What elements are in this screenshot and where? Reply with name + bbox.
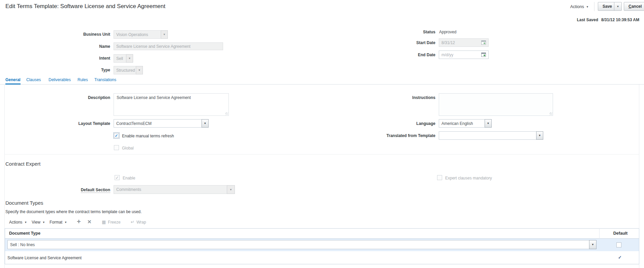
chevron-down-icon: ▼: [64, 221, 67, 224]
instructions-textarea[interactable]: [439, 93, 553, 116]
column-header-default: Default: [610, 231, 631, 236]
expert-enable-label: Enable: [123, 176, 135, 180]
chevron-down-icon: ▼: [539, 134, 541, 137]
actions-menu-button[interactable]: Actions▼: [570, 4, 589, 9]
tab-rules[interactable]: Rules: [78, 77, 88, 85]
description-textarea[interactable]: Software License and Service Agreement: [114, 93, 229, 116]
document-types-heading: Document Types: [5, 200, 43, 206]
intent-select: Sell: [114, 54, 126, 63]
cancel-button[interactable]: Cancel: [624, 2, 644, 11]
layout-template-label: Layout Template: [36, 121, 110, 126]
type-label: Type: [36, 68, 110, 72]
status-label: Status: [361, 30, 435, 34]
delete-row-icon[interactable]: ✕: [87, 219, 92, 224]
status-value: Approved: [439, 30, 456, 34]
type-select: Structured: [114, 66, 136, 74]
type-dropdown-icon: ▼: [136, 66, 143, 74]
document-types-description: Specify the document types where the con…: [5, 209, 142, 214]
chevron-down-icon: ▼: [487, 122, 490, 125]
default-section-label-text: Default Section: [81, 188, 110, 193]
tab-bar: General Clauses Deliverables Rules Trans…: [0, 75, 644, 85]
translated-from-template-select[interactable]: [439, 131, 536, 140]
business-unit-dropdown-icon: ▼: [161, 30, 168, 39]
translated-from-template-dropdown-icon[interactable]: ▼: [536, 131, 543, 140]
intent-label: Intent: [36, 56, 110, 61]
edit-terms-template-page: Edit Terms Template: Software License an…: [0, 0, 644, 268]
chevron-down-icon: ▼: [163, 33, 166, 36]
save-button-label: Save: [603, 4, 612, 9]
document-type-dropdown-icon[interactable]: ▼: [589, 240, 596, 249]
chevron-down-icon: ▼: [204, 122, 207, 125]
global-label: Global: [122, 146, 134, 150]
default-check-icon: ✓: [618, 255, 622, 260]
table-format-menu[interactable]: Format▼: [50, 220, 67, 225]
expert-clauses-mandatory-checkbox: [437, 175, 442, 180]
business-unit-label: Business Unit: [36, 32, 110, 37]
expert-enable-checkbox: ✓: [115, 175, 120, 180]
chevron-down-icon: ▼: [586, 5, 589, 8]
freeze-label: Freeze: [108, 220, 120, 225]
language-dropdown-icon[interactable]: ▼: [485, 119, 492, 128]
tab-deliverables[interactable]: Deliverables: [49, 77, 71, 85]
expert-clauses-mandatory-label: Expert clauses mandatory: [445, 176, 492, 180]
check-icon: ✓: [115, 176, 119, 180]
intent-dropdown-icon: ▼: [126, 54, 133, 63]
actions-menu-label: Actions: [570, 4, 584, 9]
chevron-down-icon: ▼: [42, 221, 45, 224]
global-checkbox: [114, 145, 119, 150]
add-row-icon[interactable]: +: [77, 218, 81, 225]
check-icon: ✓: [115, 134, 118, 138]
document-type-cell: Software License and Service Agreement: [7, 256, 82, 260]
instructions-label: Instructions: [361, 95, 435, 100]
last-saved-status: Last Saved 8/31/12 10:39:53 AM: [577, 18, 639, 22]
table-actions-menu[interactable]: Actions▼: [9, 220, 27, 225]
translated-from-template-label: Translated from Template: [361, 133, 435, 138]
document-type-select[interactable]: Sell : No lines: [7, 240, 589, 249]
freeze-icon: ▦: [102, 220, 106, 225]
name-label: Name: [36, 44, 110, 49]
last-saved-value: 8/31/12 10:39:53 AM: [601, 18, 639, 22]
chevron-down-icon: ▼: [128, 57, 131, 60]
default-checkbox[interactable]: [616, 242, 621, 247]
header-divider: [594, 2, 594, 11]
table-view-label: View: [32, 220, 40, 225]
end-date-label: End Date: [361, 53, 435, 57]
contract-expert-heading: Contract Expert: [5, 161, 40, 167]
freeze-button: ▦ Freeze: [102, 220, 121, 225]
language-select[interactable]: American English: [439, 119, 485, 128]
tab-translations[interactable]: Translations: [94, 77, 116, 85]
wrap-label: Wrap: [136, 220, 146, 225]
section-divider: [4, 154, 639, 155]
wrap-icon: ↵: [131, 220, 134, 225]
chevron-down-icon: ▼: [229, 188, 232, 191]
table-format-label: Format: [50, 220, 62, 225]
table-view-menu[interactable]: View▼: [32, 220, 45, 225]
table-top-border: [5, 228, 639, 229]
chevron-down-icon: ▼: [617, 5, 619, 8]
wrap-button: ↵ Wrap: [131, 220, 146, 225]
calendar-icon[interactable]: [481, 53, 486, 57]
last-saved-label: Last Saved: [577, 18, 598, 22]
business-unit-select: Vision Operations: [114, 30, 161, 39]
tab-clauses[interactable]: Clauses: [26, 77, 41, 85]
enable-manual-terms-refresh-label: Enable manual terms refresh: [122, 134, 174, 138]
layout-template-select[interactable]: ContractTermsECM: [114, 119, 202, 128]
table-right-border: [639, 228, 639, 264]
layout-template-dropdown-icon[interactable]: ▼: [202, 119, 209, 128]
save-dropdown-button[interactable]: ▼: [614, 2, 622, 11]
start-date-label: Start Date: [361, 40, 435, 45]
tab-general[interactable]: General: [5, 77, 21, 85]
default-section-select: Commitments: [114, 185, 227, 194]
default-section-dropdown-icon: ▼: [227, 185, 235, 194]
table-actions-label: Actions: [9, 220, 22, 225]
language-label: Language: [361, 121, 435, 126]
table-bottom-border: [5, 264, 639, 264]
chevron-down-icon: ▼: [138, 69, 141, 72]
name-field: Software License and Service Agreement: [114, 42, 223, 50]
table-row[interactable]: [5, 251, 639, 264]
page-title: Edit Terms Template: Software License an…: [5, 3, 165, 10]
cancel-button-label: Cancel: [628, 4, 642, 9]
column-header-document-type: Document Type: [9, 231, 40, 236]
enable-manual-terms-refresh-checkbox[interactable]: ✓: [114, 133, 119, 138]
description-label: Description: [36, 95, 110, 100]
